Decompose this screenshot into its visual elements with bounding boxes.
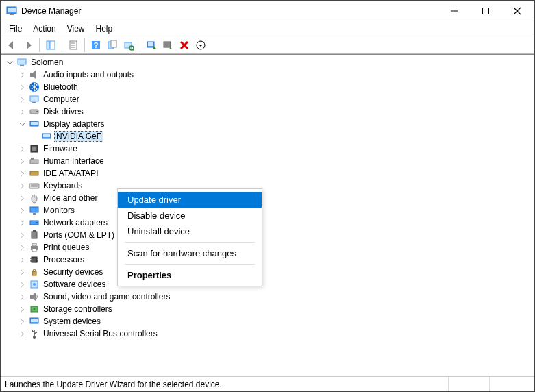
- tree-node-label: Human Interface: [42, 156, 105, 166]
- svg-rect-55: [32, 243, 36, 246]
- svg-rect-30: [30, 96, 38, 101]
- tree-node[interactable]: Print queues: [1, 241, 534, 254]
- toolbar-down-button[interactable]: [193, 38, 208, 53]
- tree-node[interactable]: Processors: [1, 254, 534, 266]
- chevron-right-icon[interactable]: [17, 243, 27, 252]
- chevron-right-icon[interactable]: [17, 304, 27, 314]
- separator: [39, 38, 40, 52]
- svg-rect-62: [32, 271, 36, 275]
- back-button[interactable]: [4, 38, 19, 53]
- tree-node[interactable]: Monitors: [1, 204, 534, 217]
- tree-node[interactable]: Software devices: [1, 278, 534, 291]
- chevron-right-icon[interactable]: [17, 206, 27, 215]
- svg-rect-27: [20, 65, 24, 66]
- svg-line-19: [133, 49, 134, 51]
- hid-icon: [29, 156, 40, 167]
- separator: [140, 38, 140, 52]
- menu-file[interactable]: File: [3, 23, 27, 35]
- tree-node-display-adapters[interactable]: Display adapters: [1, 118, 534, 130]
- help-button[interactable]: ?: [88, 38, 103, 53]
- chevron-down-icon[interactable]: [5, 58, 14, 67]
- status-text: Launches the Update Driver Wizard for th…: [5, 380, 448, 389]
- context-menu: Update driver Disable device Uninstall d…: [117, 188, 262, 286]
- tree-node-label: Storage controllers: [42, 304, 114, 314]
- tree-node-label: Mice and other: [42, 193, 99, 203]
- tree-node[interactable]: Sound, video and game controllers: [1, 291, 534, 303]
- minimize-button[interactable]: [438, 1, 470, 21]
- svg-rect-42: [30, 171, 38, 175]
- close-button[interactable]: [501, 1, 533, 21]
- chevron-right-icon[interactable]: [17, 317, 27, 326]
- monitor-icon: [29, 205, 40, 216]
- chevron-right-icon[interactable]: [17, 280, 27, 289]
- chevron-down-icon[interactable]: [17, 119, 27, 129]
- status-cell: [448, 377, 489, 391]
- usb-icon: [29, 328, 40, 339]
- chevron-right-icon[interactable]: [17, 218, 27, 228]
- tree-node[interactable]: Disk drives: [1, 106, 534, 118]
- port-icon: [29, 230, 40, 241]
- scan-hardware-button[interactable]: [121, 38, 136, 53]
- chevron-right-icon[interactable]: [17, 156, 27, 166]
- chevron-right-icon[interactable]: [17, 292, 27, 302]
- statusbar: Launches the Update Driver Wizard for th…: [1, 376, 534, 391]
- uninstall-device-button[interactable]: [177, 38, 192, 53]
- forward-button[interactable]: [21, 38, 36, 53]
- tree-node[interactable]: Firmware: [1, 143, 534, 155]
- context-update-driver[interactable]: Update driver: [118, 192, 262, 208]
- tree-node[interactable]: Security devices: [1, 266, 534, 278]
- tree-node[interactable]: IDE ATA/ATAPI: [1, 167, 534, 180]
- context-uninstall-device[interactable]: Uninstall device: [118, 223, 262, 239]
- disk-icon: [29, 106, 40, 117]
- menu-help[interactable]: Help: [90, 23, 119, 35]
- context-properties[interactable]: Properties: [118, 267, 262, 283]
- tree-node-label: IDE ATA/ATAPI: [42, 169, 99, 178]
- chevron-right-icon[interactable]: [17, 169, 27, 178]
- chevron-right-icon[interactable]: [17, 329, 27, 339]
- menu-view[interactable]: View: [62, 23, 90, 35]
- computer-icon: [16, 57, 27, 68]
- chevron-right-icon[interactable]: [17, 181, 27, 191]
- context-scan-hardware[interactable]: Scan for hardware changes: [118, 245, 262, 261]
- svg-rect-22: [164, 42, 171, 47]
- chevron-right-icon[interactable]: [17, 193, 27, 203]
- chevron-right-icon[interactable]: [17, 255, 27, 265]
- tree-node[interactable]: Network adapters: [1, 217, 534, 229]
- tree-root[interactable]: Solomen: [1, 56, 534, 69]
- disable-device-button[interactable]: [160, 38, 175, 53]
- tree-node[interactable]: System devices: [1, 315, 534, 328]
- tree-node[interactable]: Universal Serial Bus controllers: [1, 328, 534, 340]
- tree-node[interactable]: Ports (COM & LPT): [1, 229, 534, 241]
- properties-button[interactable]: [66, 38, 81, 53]
- chevron-right-icon[interactable]: [17, 267, 27, 277]
- show-hide-tree-button[interactable]: [43, 38, 58, 53]
- firmware-icon: [29, 143, 40, 154]
- chevron-right-icon[interactable]: [17, 70, 27, 79]
- toolbar-action-button[interactable]: [105, 38, 120, 53]
- chevron-right-icon[interactable]: [17, 82, 27, 92]
- svg-rect-28: [30, 73, 33, 77]
- chevron-right-icon[interactable]: [17, 144, 27, 154]
- tree-node[interactable]: Audio inputs and outputs: [1, 69, 534, 81]
- chevron-right-icon[interactable]: [17, 95, 27, 104]
- tree-node[interactable]: Human Interface: [1, 155, 534, 167]
- chevron-right-icon[interactable]: [17, 230, 27, 240]
- context-disable-device[interactable]: Disable device: [118, 208, 262, 223]
- tree-node[interactable]: Bluetooth: [1, 81, 534, 93]
- tree-node[interactable]: Keyboards: [1, 180, 534, 192]
- tree-leaf-nvidia[interactable]: NVIDIA GeF: [1, 130, 534, 143]
- svg-rect-65: [30, 295, 33, 299]
- tree-node-label: Processors: [42, 255, 86, 265]
- tree-node[interactable]: Computer: [1, 93, 534, 106]
- svg-rect-31: [32, 102, 36, 103]
- update-driver-button[interactable]: [144, 38, 159, 53]
- menu-action[interactable]: Action: [27, 23, 61, 35]
- tree-node[interactable]: Mice and other: [1, 192, 534, 204]
- chevron-right-icon[interactable]: [17, 107, 27, 117]
- tree-node[interactable]: Storage controllers: [1, 303, 534, 315]
- print-icon: [29, 242, 40, 253]
- device-tree[interactable]: Solomen Audio inputs and outputs Bluetoo…: [1, 54, 534, 376]
- spacer: [29, 132, 39, 141]
- tree-node-label: Disk drives: [42, 107, 85, 117]
- maximize-button[interactable]: [470, 1, 501, 21]
